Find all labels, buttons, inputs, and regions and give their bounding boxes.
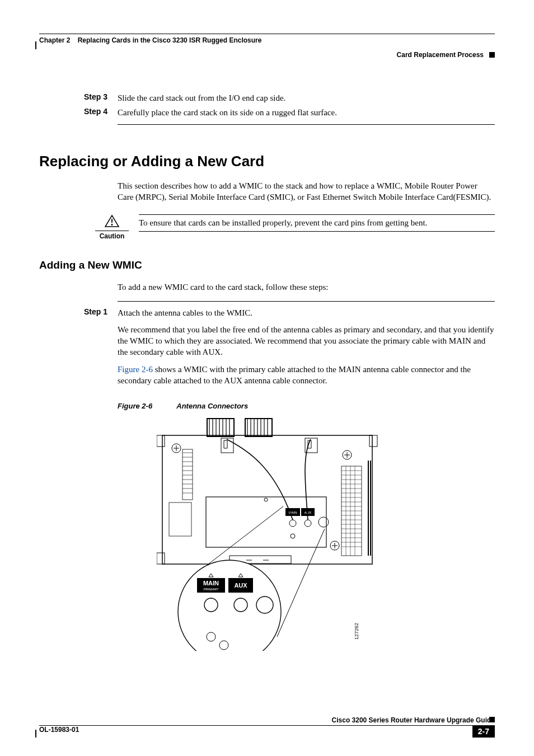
warning-icon xyxy=(95,214,129,231)
page-number-badge: 2-7 xyxy=(472,725,495,738)
caution-text: To ensure that cards can be installed pr… xyxy=(139,214,495,232)
chapter-number: Chapter 2 xyxy=(39,36,70,44)
caution-label-col: Caution xyxy=(95,214,129,240)
figure-number: Figure 2-6 xyxy=(118,402,152,410)
step-line: Attach the antenna cables to the WMIC. xyxy=(118,307,495,318)
intro-paragraph: This section describes how to add a WMIC… xyxy=(118,180,495,203)
caution-block: Caution To ensure that cards can be inst… xyxy=(95,214,495,240)
page: Chapter 2 Replacing Cards in the Cisco 3… xyxy=(0,0,534,756)
book-title: Cisco 3200 Series Router Hardware Upgrad… xyxy=(39,716,495,724)
figure-id: 127262 xyxy=(354,623,359,640)
header-left: Chapter 2 Replacing Cards in the Cisco 3… xyxy=(39,36,261,44)
step-para-rest: shows a WMIC with the primary cable atta… xyxy=(118,365,471,385)
step-para: Figure 2-6 shows a WMIC with the primary… xyxy=(118,364,495,387)
figure: MAIN AUX MAIN PRIMARY xyxy=(157,416,381,651)
step-para: We recommend that you label the free end… xyxy=(118,324,495,358)
aux-label-zoom: AUX xyxy=(234,582,247,589)
section-name: Card Replacement Process xyxy=(397,51,484,59)
step-text: Attach the antenna cables to the WMIC. W… xyxy=(118,307,495,387)
primary-sublabel: PRIMARY xyxy=(203,588,219,591)
chapter-title: Replacing Cards in the Cisco 3230 ISR Ru… xyxy=(78,36,262,44)
caution-label: Caution xyxy=(95,232,129,240)
rule xyxy=(118,301,495,302)
svg-rect-35 xyxy=(169,503,191,536)
running-header: Chapter 2 Replacing Cards in the Cisco 3… xyxy=(39,36,495,44)
footer-corner-tick xyxy=(35,730,36,738)
svg-point-81 xyxy=(178,560,281,651)
header-rule xyxy=(39,34,495,34)
footer: Cisco 3200 Series Router Hardware Upgrad… xyxy=(39,716,495,734)
step-label: Step 4 xyxy=(39,107,118,118)
main-label-zoom: MAIN xyxy=(203,580,219,586)
svg-point-2 xyxy=(111,224,113,226)
aux-label-small: AUX xyxy=(305,511,311,514)
figure-caption: Figure 2-6 Antenna Connectors xyxy=(118,402,495,410)
svg-rect-5 xyxy=(245,419,272,436)
figure-xref: Figure 2-6 xyxy=(118,365,153,374)
header-marker-icon xyxy=(489,52,495,58)
step-text: Carefully place the card stack on its si… xyxy=(118,107,495,118)
footer-row: OL-15983-01 xyxy=(39,726,495,734)
doc-id: OL-15983-01 xyxy=(39,726,79,734)
svg-rect-23 xyxy=(369,435,377,447)
step-row: Step 1 Attach the antenna cables to the … xyxy=(39,307,495,387)
rule xyxy=(118,124,495,125)
step-row: Step 4 Carefully place the card stack on… xyxy=(39,107,495,118)
content: Step 3 Slide the card stack out from the… xyxy=(39,92,495,651)
step-label: Step 3 xyxy=(39,92,118,104)
step-row: Step 3 Slide the card stack out from the… xyxy=(39,92,495,104)
heading-2: Adding a New WMIC xyxy=(39,259,495,271)
header-right: Card Replacement Process xyxy=(39,51,495,59)
svg-rect-22 xyxy=(157,435,165,447)
svg-rect-4 xyxy=(207,419,234,436)
h2-intro: To add a new WMIC card to the card stack… xyxy=(118,281,495,293)
svg-rect-34 xyxy=(182,449,193,500)
step-text: Slide the card stack out from the I/O en… xyxy=(118,92,495,104)
svg-rect-71 xyxy=(206,497,326,547)
heading-1: Replacing or Adding a New Card xyxy=(39,153,495,170)
corner-tick xyxy=(35,41,36,49)
step-label: Step 1 xyxy=(39,307,118,387)
figure-title: Antenna Connectors xyxy=(176,402,248,410)
svg-rect-24 xyxy=(157,553,165,564)
